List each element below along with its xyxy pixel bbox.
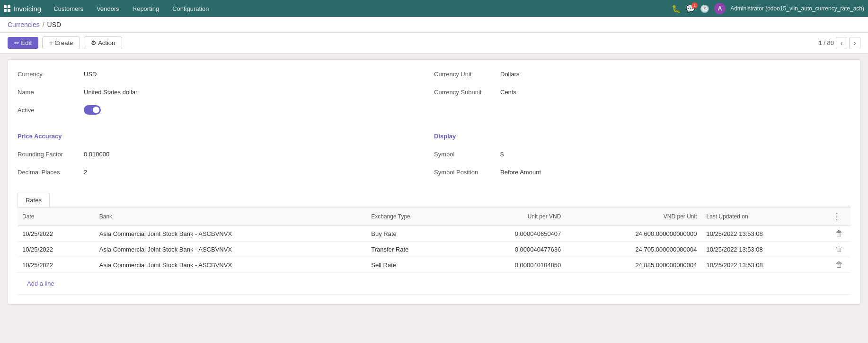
menu-vendors[interactable]: Vendors <box>90 0 126 17</box>
symbol-position-value: Before Amount <box>500 167 541 176</box>
menu-configuration[interactable]: Configuration <box>166 0 215 17</box>
col-vnd-per-unit: VND per Unit <box>566 208 701 226</box>
col-exchange-type: Exchange Type <box>366 208 459 226</box>
column-options-icon[interactable]: ⋮ <box>833 212 841 221</box>
row1-delete-button[interactable]: 🗑 <box>833 228 846 238</box>
currency-subunit-value: Cents <box>500 87 516 96</box>
price-accuracy-header: Price Accuracy <box>18 133 415 140</box>
price-accuracy-fields: Rounding Factor 0.010000 Decimal Places … <box>18 149 434 185</box>
row2-delete-button[interactable]: 🗑 <box>833 244 846 254</box>
row2-last-updated: 10/25/2022 13:53:08 <box>702 242 828 257</box>
chat-icon[interactable]: 💬 1 <box>686 4 695 13</box>
symbol-label: Symbol <box>434 149 500 158</box>
section-headers: Price Accuracy Display <box>18 131 850 146</box>
edit-button[interactable]: ✏ Edit <box>8 37 38 49</box>
username[interactable]: Administrator (odoo15_viin_auto_currency… <box>730 5 864 12</box>
row1-exchange-type: Buy Rate <box>366 226 459 242</box>
form-section-bottom: Rounding Factor 0.010000 Decimal Places … <box>18 149 850 185</box>
row1-last-updated: 10/25/2022 13:53:08 <box>702 226 828 242</box>
col-unit-per-vnd: Unit per VND <box>459 208 566 226</box>
tab-section: Rates Date Bank Exchange Type Unit per V… <box>18 193 850 295</box>
name-label: Name <box>18 87 84 96</box>
display-header: Display <box>434 133 832 140</box>
app-name: Invoicing <box>13 5 41 13</box>
currency-value: USD <box>84 69 97 78</box>
add-line-button[interactable]: Add a line <box>22 276 846 291</box>
form-col-right: Currency Unit Dollars Currency Subunit C… <box>434 69 850 123</box>
row1-delete-cell: 🗑 <box>828 226 850 242</box>
col-last-updated: Last Updated on <box>702 208 828 226</box>
row1-vnd-per-unit: 24,600.000000000000 <box>566 226 701 242</box>
col-options-header: ⋮ <box>828 208 850 226</box>
record-navigation: 1 / 80 ‹ › <box>818 37 860 49</box>
name-row: Name United States dollar <box>18 87 415 100</box>
add-line-row: Add a line <box>18 273 850 295</box>
symbol-value: $ <box>500 149 504 158</box>
symbol-position-label: Symbol Position <box>434 167 500 176</box>
prev-record-button[interactable]: ‹ <box>836 37 847 49</box>
row3-exchange-type: Sell Rate <box>366 257 459 273</box>
app-logo[interactable]: Invoicing <box>4 5 41 13</box>
bug-icon[interactable]: 🐛 <box>672 4 681 13</box>
symbol-row: Symbol $ <box>434 149 832 162</box>
price-accuracy-col: Price Accuracy <box>18 131 434 146</box>
next-record-button[interactable]: › <box>849 37 860 49</box>
name-value: United States dollar <box>84 87 137 96</box>
decimal-places-row: Decimal Places 2 <box>18 167 415 181</box>
rates-table: Date Bank Exchange Type Unit per VND VND… <box>18 207 850 295</box>
decimal-places-value: 2 <box>84 167 87 176</box>
grid-icon <box>4 5 10 12</box>
top-navigation: Invoicing Customers Vendors Reporting Co… <box>0 0 868 17</box>
clock-icon[interactable]: 🕐 <box>700 4 709 13</box>
row3-date: 10/25/2022 <box>18 257 95 273</box>
add-line-cell: Add a line <box>18 273 850 295</box>
row3-delete-cell: 🗑 <box>828 257 850 273</box>
row3-unit-per-vnd: 0.000040184850 <box>459 257 566 273</box>
currency-row: Currency USD <box>18 69 415 82</box>
create-button[interactable]: + Create <box>42 36 80 49</box>
tabs-bar: Rates <box>18 193 850 207</box>
currency-unit-label: Currency Unit <box>434 69 500 78</box>
form-section-top: Currency USD Name United States dollar A… <box>18 69 850 123</box>
menu-reporting[interactable]: Reporting <box>126 0 166 17</box>
breadcrumb-current: USD <box>47 21 62 28</box>
currency-label: Currency <box>18 69 84 78</box>
currency-subunit-label: Currency Subunit <box>434 87 500 96</box>
currency-unit-value: Dollars <box>500 69 519 78</box>
row2-bank: Asia Commercial Joint Stock Bank - ASCBV… <box>95 242 367 257</box>
topnav-right: 🐛 💬 1 🕐 A Administrator (odoo15_viin_aut… <box>672 3 864 14</box>
col-date: Date <box>18 208 95 226</box>
display-col: Display <box>434 131 850 146</box>
display-fields: Symbol $ Symbol Position Before Amount <box>434 149 850 185</box>
row3-last-updated: 10/25/2022 13:53:08 <box>702 257 828 273</box>
row2-date: 10/25/2022 <box>18 242 95 257</box>
currency-unit-row: Currency Unit Dollars <box>434 69 832 82</box>
form-col-left: Currency USD Name United States dollar A… <box>18 69 434 123</box>
action-button[interactable]: ⚙ Action <box>84 36 122 49</box>
row3-delete-button[interactable]: 🗑 <box>833 260 846 270</box>
record-count: 1 / 80 <box>818 39 834 46</box>
menu-customers[interactable]: Customers <box>47 0 90 17</box>
col-bank: Bank <box>95 208 367 226</box>
row1-unit-per-vnd: 0.000040650407 <box>459 226 566 242</box>
symbol-position-row: Symbol Position Before Amount <box>434 167 832 181</box>
toolbar: ✏ Edit + Create ⚙ Action 1 / 80 ‹ › <box>0 33 868 54</box>
user-avatar[interactable]: A <box>714 3 726 14</box>
row3-vnd-per-unit: 24,885.000000000004 <box>566 257 701 273</box>
row2-unit-per-vnd: 0.000040477636 <box>459 242 566 257</box>
table-row: 10/25/2022 Asia Commercial Joint Stock B… <box>18 257 850 273</box>
breadcrumb-separator: / <box>43 21 44 28</box>
chat-badge: 1 <box>691 2 698 9</box>
tab-rates[interactable]: Rates <box>18 193 50 207</box>
row3-bank: Asia Commercial Joint Stock Bank - ASCBV… <box>95 257 367 273</box>
row2-vnd-per-unit: 24,705.000000000004 <box>566 242 701 257</box>
row2-exchange-type: Transfer Rate <box>366 242 459 257</box>
rounding-factor-label: Rounding Factor <box>18 149 84 158</box>
form-card: Currency USD Name United States dollar A… <box>8 59 860 305</box>
table-row: 10/25/2022 Asia Commercial Joint Stock B… <box>18 226 850 242</box>
currency-subunit-row: Currency Subunit Cents <box>434 87 832 100</box>
row1-date: 10/25/2022 <box>18 226 95 242</box>
breadcrumb-parent[interactable]: Currencies <box>8 21 40 28</box>
active-toggle[interactable]: ✓ <box>84 105 101 115</box>
row1-bank: Asia Commercial Joint Stock Bank - ASCBV… <box>95 226 367 242</box>
